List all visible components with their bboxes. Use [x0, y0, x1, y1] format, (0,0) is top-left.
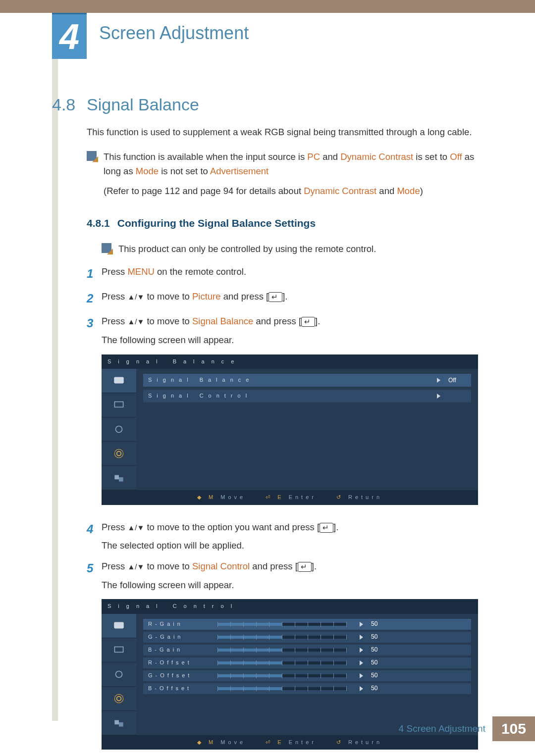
osd-value: 50 — [371, 671, 394, 680]
osd-value: 50 — [371, 645, 394, 655]
left-margin-rule — [52, 13, 58, 721]
up-down-icon: ▲/▼ — [127, 293, 144, 301]
osd-right-arrow-icon — [428, 394, 448, 399]
osd-main: Signal Balance Off Signal Control — [136, 369, 478, 490]
hl-picture: Picture — [192, 291, 221, 302]
hl-mode: Mode — [136, 166, 159, 176]
t: The selected option will be applied. — [102, 538, 478, 553]
osd-footer: ◆ M Move ⏎ E Enter ↺ Return — [102, 490, 478, 505]
t: and press [ — [253, 316, 301, 326]
t: to move to the option you want and press… — [144, 522, 320, 532]
osd-footer-return: Return — [348, 494, 382, 500]
osd-tab-multi — [102, 466, 136, 490]
subsection-number: 4.8.1 — [87, 217, 110, 229]
svg-point-2 — [116, 426, 122, 433]
svg-rect-13 — [119, 722, 123, 727]
step-number: 2 — [87, 289, 102, 308]
note-icon — [102, 243, 111, 253]
chapter-title: Screen Adjustment — [99, 23, 249, 44]
osd-slider — [217, 687, 346, 690]
osd-label: R-Gain — [143, 620, 213, 629]
t: The following screen will appear. — [102, 578, 478, 593]
osd-row-b-gain: B-Gain50 — [143, 645, 471, 655]
t: to move to — [144, 561, 192, 571]
enter-icon — [320, 523, 333, 533]
osd-slider — [217, 636, 346, 639]
osd-footer-enter: Enter — [289, 739, 317, 745]
osd-tab-setup — [102, 442, 136, 466]
step-body: Press MENU on the remote control. — [102, 264, 478, 279]
t: (Refer to page 112 and page 94 for detai… — [104, 186, 304, 196]
t: Press — [102, 266, 127, 277]
step-2: 2 Press ▲/▼ to move to Picture and press… — [87, 289, 478, 308]
osd-tab-multi — [102, 711, 136, 735]
osd-tab-display — [102, 638, 136, 662]
osd-slider — [217, 661, 346, 664]
note-availability: This function is available when the inpu… — [87, 150, 478, 199]
osd-value: Off — [448, 376, 471, 385]
svg-point-11 — [114, 694, 123, 703]
osd-signal-balance: Signal Balance Signal Balance — [102, 354, 478, 505]
svg-rect-0 — [114, 377, 124, 384]
t: to move to — [144, 291, 192, 302]
step-number: 4 — [87, 520, 102, 539]
up-down-icon: ▲/▼ — [127, 523, 144, 532]
osd-footer-return: Return — [348, 739, 382, 745]
svg-point-10 — [117, 696, 121, 701]
enter-icon — [298, 562, 312, 572]
osd-right-arrow-icon — [351, 686, 371, 691]
chapter-number: 4 — [59, 19, 79, 54]
osd-right-arrow-icon — [351, 660, 371, 665]
step-number: 1 — [87, 264, 102, 283]
osd-sidebar — [102, 614, 136, 735]
page-number: 105 — [492, 716, 535, 741]
t: is not set to — [159, 166, 210, 176]
t: on the remote control. — [155, 266, 246, 277]
chapter-badge: 4 — [52, 13, 87, 59]
t: to move to — [144, 316, 192, 326]
footer-chapter-num: 4 — [399, 723, 404, 734]
osd-slider — [217, 623, 346, 626]
footer-chapter-title: Screen Adjustment — [406, 723, 485, 734]
svg-point-3 — [117, 452, 121, 456]
svg-rect-8 — [114, 647, 123, 652]
osd-label: B-Gain — [143, 646, 213, 655]
t: and press [ — [250, 561, 298, 571]
osd-value: 50 — [371, 684, 394, 693]
content-area: This function is used to supplement a we… — [87, 125, 478, 756]
note-icon — [87, 151, 97, 161]
intro-text: This function is used to supplement a we… — [87, 125, 478, 140]
svg-point-9 — [116, 671, 122, 677]
hl-dynamic-contrast: Dynamic Contrast — [340, 151, 413, 162]
osd-label: Signal Control — [143, 392, 428, 401]
osd-slider — [217, 649, 346, 652]
osd-footer-move: Move — [220, 739, 246, 745]
osd-label: R-Offset — [143, 658, 213, 667]
section-title: Signal Balance — [87, 95, 199, 114]
osd-row-g-gain: G-Gain50 — [143, 632, 471, 643]
step-body: Press ▲/▼ to move to Picture and press [… — [102, 289, 478, 304]
note-remote: This product can only be controlled by u… — [102, 242, 478, 256]
note-text: This product can only be controlled by u… — [118, 242, 478, 256]
subsection-title: Configuring the Signal Balance Settings — [117, 217, 316, 229]
osd-title: Signal Balance — [102, 354, 478, 369]
step-4: 4 Press ▲/▼ to move to the option you wa… — [87, 520, 478, 553]
svg-rect-12 — [114, 720, 119, 724]
osd-row-signal-control: Signal Control — [143, 390, 471, 403]
osd-value: 50 — [371, 619, 394, 629]
t: ) — [420, 186, 423, 196]
t: ]. — [282, 291, 287, 302]
step-body: Press ▲/▼ to move to Signal Balance and … — [102, 314, 478, 513]
osd-right-arrow-icon — [428, 378, 448, 383]
hl-signal-balance: Signal Balance — [192, 316, 253, 326]
osd-row-signal-balance: Signal Balance Off — [143, 374, 471, 387]
osd-footer-move: Move — [220, 494, 246, 500]
t: and press [ — [221, 291, 269, 302]
hl-mode: Mode — [397, 186, 420, 196]
hl-dynamic-contrast: Dynamic Contrast — [304, 186, 376, 196]
t: Press — [102, 561, 127, 571]
osd-sidebar — [102, 369, 136, 490]
subsection-heading: 4.8.1 Configuring the Signal Balance Set… — [87, 215, 478, 232]
osd-label: Signal Balance — [143, 376, 428, 385]
page-footer: 4 Screen Adjustment 105 — [399, 716, 535, 741]
